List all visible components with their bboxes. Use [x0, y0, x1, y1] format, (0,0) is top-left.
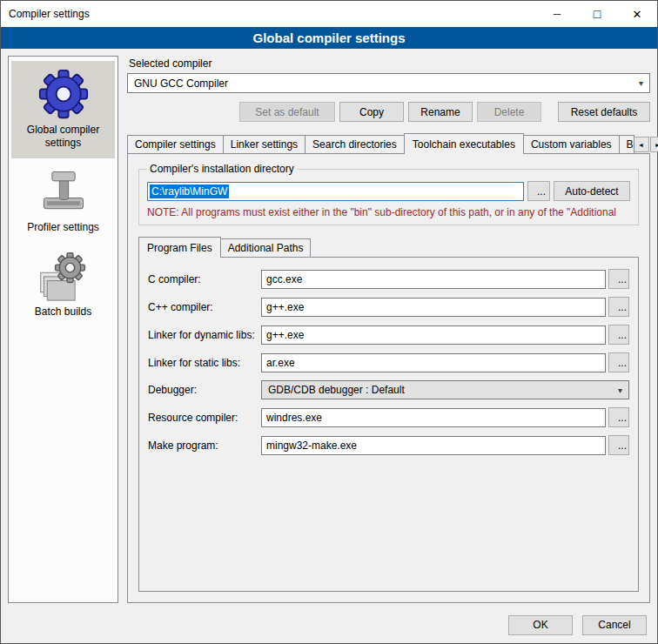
ok-button[interactable]: OK — [508, 615, 573, 635]
tab-search-directories[interactable]: Search directories — [305, 135, 405, 153]
sidebar-item-global-compiler-settings[interactable]: Global compiler settings — [11, 61, 115, 158]
minimize-button[interactable]: ─ — [537, 1, 577, 27]
tab-build[interactable]: Build — [619, 135, 634, 153]
sidebar-item-label: Batch builds — [13, 305, 113, 319]
dynamic-linker-input[interactable] — [261, 325, 606, 345]
set-as-default-button[interactable]: Set as default — [239, 102, 335, 122]
static-linker-browse-button[interactable]: ... — [608, 352, 629, 372]
subtab-program-files[interactable]: Program Files — [138, 237, 221, 258]
debugger-dropdown[interactable]: GDB/CDB debugger : Default ▾ — [261, 380, 629, 399]
installation-directory-label: Compiler's installation directory — [147, 163, 297, 175]
tab-toolchain-executables[interactable]: Toolchain executables — [404, 133, 524, 154]
cpp-compiler-browse-button[interactable]: ... — [608, 297, 629, 317]
cpp-compiler-label: C++ compiler: — [148, 301, 261, 313]
main-panel: Selected compiler GNU GCC Compiler ▾ Set… — [127, 56, 650, 603]
browse-directory-button[interactable]: ... — [527, 181, 550, 201]
installation-directory-group: Compiler's installation directory C:\ray… — [138, 163, 639, 225]
sidebar: Global compiler settings Profiler settin… — [8, 56, 118, 603]
window-controls: ─ □ ✕ — [537, 1, 657, 27]
arrow-right-icon: ► — [655, 142, 658, 148]
auto-detect-button[interactable]: Auto-detect — [554, 181, 630, 201]
delete-button[interactable]: Delete — [477, 102, 541, 122]
resource-compiler-input[interactable] — [261, 408, 606, 427]
tab-scroll-arrows: ◄ ► — [634, 137, 658, 152]
installation-directory-input[interactable]: C:\raylib\MinGW — [147, 182, 524, 201]
field-row-resource-compiler: Resource compiler: ... — [148, 407, 629, 427]
profiler-tool-icon — [37, 165, 90, 218]
make-program-input[interactable] — [261, 436, 606, 455]
maximize-icon: □ — [594, 7, 601, 21]
blue-gear-icon — [37, 68, 90, 120]
chevron-down-icon: ▾ — [639, 78, 643, 88]
subtab-additional-paths[interactable]: Additional Paths — [220, 238, 312, 257]
tab-scroll-right-button[interactable]: ► — [650, 137, 658, 152]
sidebar-item-profiler-settings[interactable]: Profiler settings — [11, 158, 115, 243]
sidebar-item-batch-builds[interactable]: Batch builds — [11, 243, 115, 327]
c-compiler-browse-button[interactable]: ... — [608, 269, 629, 289]
installation-directory-row: C:\raylib\MinGW ... Auto-detect — [147, 181, 630, 201]
field-row-static-linker: Linker for static libs: ... — [148, 352, 629, 372]
settings-tabs: Compiler settings Linker settings Search… — [127, 133, 650, 153]
c-compiler-input[interactable] — [261, 270, 606, 289]
program-subtabs: Program Files Additional Paths — [138, 237, 639, 257]
cancel-button[interactable]: Cancel — [582, 615, 647, 635]
rename-button[interactable]: Rename — [408, 102, 473, 122]
field-row-dynamic-linker: Linker for dynamic libs: ... — [148, 325, 629, 345]
debugger-label: Debugger: — [148, 384, 261, 396]
field-row-make-program: Make program: ... — [148, 435, 629, 455]
selected-compiler-label: Selected compiler — [129, 57, 650, 70]
dialog-footer: OK Cancel — [1, 607, 657, 643]
copy-button[interactable]: Copy — [339, 102, 404, 122]
titlebar: Compiler settings ─ □ ✕ — [1, 1, 657, 27]
field-row-c-compiler: C compiler: ... — [148, 269, 629, 289]
window-title: Compiler settings — [1, 8, 90, 20]
field-row-cpp-compiler: C++ compiler: ... — [148, 297, 629, 317]
installation-directory-value: C:\raylib\MinGW — [150, 184, 229, 198]
c-compiler-label: C compiler: — [148, 273, 261, 285]
tab-compiler-settings[interactable]: Compiler settings — [127, 135, 224, 153]
static-linker-input[interactable] — [261, 353, 606, 372]
reset-defaults-button[interactable]: Reset defaults — [558, 102, 650, 122]
tab-linker-settings[interactable]: Linker settings — [223, 135, 306, 153]
compiler-settings-window: Compiler settings ─ □ ✕ Global compiler … — [0, 0, 658, 644]
dynamic-linker-browse-button[interactable]: ... — [608, 325, 629, 345]
page-title: Global compiler settings — [1, 27, 657, 49]
selected-compiler-value: GNU GCC Compiler — [134, 77, 228, 90]
sidebar-item-label: Global compiler settings — [13, 124, 113, 150]
resource-compiler-label: Resource compiler: — [148, 412, 261, 424]
minimize-icon: ─ — [554, 8, 561, 20]
selected-compiler-dropdown[interactable]: GNU GCC Compiler ▾ — [127, 73, 650, 93]
make-program-browse-button[interactable]: ... — [608, 435, 629, 455]
toolchain-executables-panel: Compiler's installation directory C:\ray… — [127, 153, 650, 603]
gray-gear-stack-icon — [37, 250, 90, 302]
chevron-down-icon: ▾ — [618, 386, 622, 395]
debugger-value: GDB/CDB debugger : Default — [268, 384, 405, 396]
cpp-compiler-input[interactable] — [261, 298, 606, 317]
make-program-label: Make program: — [148, 439, 261, 452]
compiler-actions: Set as default Copy Rename Delete Reset … — [127, 102, 650, 122]
tab-scroll-left-button[interactable]: ◄ — [634, 137, 649, 152]
arrow-left-icon: ◄ — [638, 142, 644, 148]
tab-custom-variables[interactable]: Custom variables — [523, 135, 620, 153]
resource-compiler-browse-button[interactable]: ... — [608, 407, 629, 427]
program-files-panel: C compiler: ... C++ compiler: ... Linker… — [138, 257, 639, 592]
field-row-debugger: Debugger: GDB/CDB debugger : Default ▾ — [148, 380, 629, 399]
dynamic-linker-label: Linker for dynamic libs: — [148, 329, 261, 341]
bin-subdirectory-note: NOTE: All programs must exist either in … — [147, 206, 630, 218]
static-linker-label: Linker for static libs: — [148, 357, 261, 369]
close-button[interactable]: ✕ — [617, 1, 657, 27]
maximize-button[interactable]: □ — [577, 1, 617, 27]
close-icon: ✕ — [633, 8, 642, 21]
dialog-body: Global compiler settings Profiler settin… — [1, 49, 657, 607]
sidebar-item-label: Profiler settings — [13, 221, 113, 234]
